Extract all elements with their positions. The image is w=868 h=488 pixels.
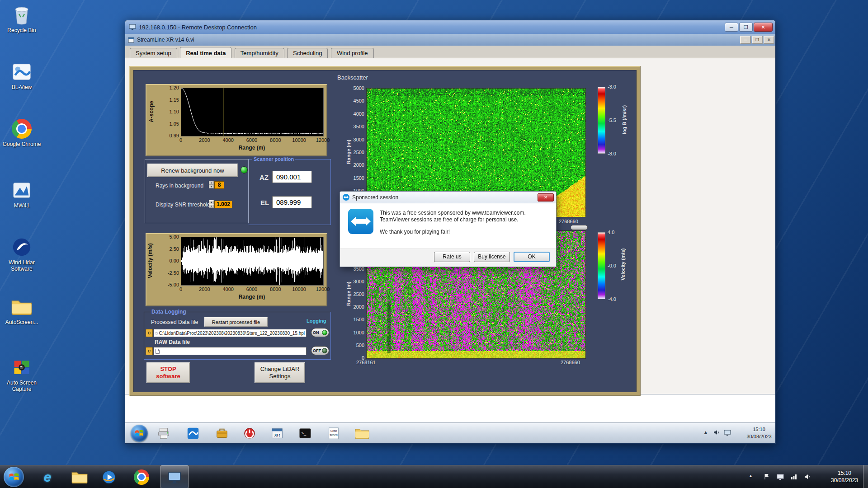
processed-path-browse-button[interactable]: C — [146, 329, 153, 337]
processed-logging-toggle[interactable]: ON — [311, 328, 329, 337]
restart-processed-file-button[interactable]: Restart processed file — [204, 317, 268, 327]
remote-start-button[interactable] — [131, 425, 148, 442]
desktop-icon-auto-screen-capture[interactable]: Auto Screen Capture — [2, 356, 42, 392]
desktop-icon-bl-view[interactable]: BL-View — [2, 61, 42, 90]
snr-threshold-label: Display SNR threshold — [156, 202, 210, 208]
remote-taskbar-folder[interactable] — [352, 425, 372, 441]
tray-volume-icon[interactable] — [804, 473, 811, 481]
taskbar-rdp-active[interactable] — [160, 465, 189, 488]
command-prompt-icon: >_ — [298, 427, 312, 440]
colour-scale-slider[interactable] — [571, 225, 588, 230]
tab-real-time-data[interactable]: Real time data — [180, 47, 231, 58]
tab-wind-profile[interactable]: Wind profile — [331, 48, 374, 58]
tray-flag-icon[interactable] — [763, 473, 771, 481]
show-desktop-button[interactable] — [863, 465, 868, 488]
remote-tray-chevron-up-icon[interactable]: ▲ — [703, 429, 708, 436]
rate-us-button[interactable]: Rate us — [434, 252, 470, 262]
az-label: AZ — [259, 174, 269, 181]
raw-path-browse-button[interactable]: C — [146, 347, 153, 355]
remote-tray-display-icon[interactable] — [724, 429, 731, 437]
snr-spinner[interactable]: ▲▼ — [209, 200, 214, 208]
tab-temp-humidity[interactable]: Temp/humidity — [235, 48, 284, 58]
dialog-titlebar[interactable]: Sponsored session ✕ — [340, 192, 556, 203]
app-minimize-button[interactable]: ─ — [740, 36, 751, 44]
axis-tick: 10000 — [289, 286, 309, 292]
axis-tick: 1000 — [354, 330, 364, 335]
taskbar-media-player[interactable] — [96, 465, 122, 488]
dialog-close-button[interactable]: ✕ — [538, 193, 554, 202]
rdp-window-title: 192.168.0.150 - Remote Desktop Connectio… — [139, 24, 257, 31]
remote-taskbar-blview[interactable] — [183, 425, 203, 441]
axis-tick: 12000 — [313, 137, 333, 143]
remote-taskbar-xr-app[interactable]: XR — [267, 425, 287, 441]
axis-tick: 4500 — [354, 98, 364, 103]
folder-icon — [71, 470, 88, 484]
rdp-icon — [167, 470, 182, 484]
remote-taskbar-printer[interactable] — [154, 425, 174, 441]
app-titlebar[interactable]: StreamLine XR v14-6.vi ─ ❐ ✕ — [125, 34, 775, 46]
ok-button[interactable]: OK — [514, 252, 550, 262]
app-restore-button[interactable]: ❐ — [752, 36, 763, 44]
tray-display-icon[interactable] — [777, 473, 784, 481]
ascope-chart: A-scope 1.201.151.101.050.99 02000400060… — [146, 84, 327, 156]
rays-value-field[interactable]: 8 — [214, 181, 224, 189]
taskbar-chrome[interactable] — [128, 465, 155, 488]
remote-taskbar-cmd[interactable]: >_ — [295, 425, 315, 441]
desktop-icon-label: BL-View — [2, 84, 42, 90]
rdp-session-area: StreamLine XR v14-6.vi ─ ❐ ✕ System setu… — [125, 34, 775, 443]
app-close-button[interactable]: ✕ — [764, 36, 774, 44]
remote-taskbar-toolbox[interactable] — [212, 425, 232, 441]
logging-label: Logging — [307, 318, 326, 324]
rays-spinner[interactable]: ▲▼ — [209, 181, 214, 188]
axis-tick: -0.0 — [608, 263, 616, 268]
rdp-maximize-button[interactable]: ❐ — [739, 23, 753, 32]
renew-background-button[interactable]: Renew background now — [147, 164, 238, 177]
remote-taskbar-scan-sched[interactable]: Scansched — [324, 425, 344, 441]
remote-taskbar-power[interactable] — [240, 425, 259, 441]
velocity-end-timestamp: 2768660 — [561, 360, 580, 365]
taskbar-explorer[interactable] — [66, 465, 93, 488]
desktop-icon-recycle-bin[interactable]: Recycle Bin — [2, 4, 42, 33]
remote-clock[interactable]: 15:10 30/08/2023 — [736, 426, 775, 440]
toolbox-icon — [215, 427, 229, 440]
tray-network-icon[interactable] — [790, 473, 798, 481]
el-value-field[interactable]: 089.999 — [272, 196, 312, 208]
axis-tick: -3.0 — [608, 84, 616, 89]
rdp-titlebar[interactable]: 192.168.0.150 - Remote Desktop Connectio… — [125, 20, 775, 34]
stop-software-button[interactable]: STOP software — [146, 362, 190, 383]
printer-icon — [157, 427, 170, 440]
rdp-minimize-button[interactable]: ─ — [725, 23, 738, 32]
desktop-icon-wind-lidar[interactable]: Wind Lidar Software — [2, 236, 42, 272]
desktop-icon-google-chrome[interactable]: Google Chrome — [2, 117, 42, 147]
axis-tick: 1.15 — [170, 97, 179, 103]
rdp-close-button[interactable]: ✕ — [754, 23, 773, 32]
axis-tick: 3500 — [354, 124, 364, 129]
desktop-icon-autoscreen[interactable]: AutoScreen... — [2, 296, 42, 325]
start-button[interactable] — [4, 467, 24, 487]
taskbar-internet-explorer[interactable]: e — [34, 465, 61, 488]
snr-value-field[interactable]: 1.002 — [214, 201, 232, 208]
axis-tick: 4.0 — [608, 230, 614, 235]
axis-tick: 500 — [356, 343, 364, 348]
axis-tick: 6000 — [242, 286, 262, 292]
buy-license-button[interactable]: Buy license — [474, 252, 510, 262]
folder-icon — [2, 296, 42, 318]
remote-tray-volume-icon[interactable] — [713, 429, 720, 437]
raw-path-field[interactable] — [154, 347, 307, 355]
chrome-icon — [2, 117, 42, 140]
folder-icon — [355, 427, 369, 439]
change-lidar-settings-button[interactable]: Change LiDAR Settings — [255, 362, 305, 383]
app-window-title: StreamLine XR v14-6.vi — [137, 37, 194, 43]
tab-system-setup[interactable]: System setup — [130, 48, 177, 58]
tab-scheduling[interactable]: Scheduling — [287, 48, 328, 58]
axis-tick: 2000 — [354, 162, 364, 168]
raw-logging-toggle[interactable]: OFF — [311, 346, 329, 355]
chrome-icon — [134, 469, 149, 485]
clock-time: 15:10 — [824, 469, 865, 477]
processed-path-field[interactable]: C:\Lidar\Data\Proc\2023\202308\20230830\… — [154, 329, 307, 337]
desktop-icon-mw41[interactable]: MW41 — [2, 179, 42, 209]
velocity-chart: Velocity (m/s) 5.002.500.00-2.50-5.00 02… — [146, 233, 327, 306]
clock[interactable]: 15:10 30/08/2023 — [824, 469, 865, 484]
az-value-field[interactable]: 090.001 — [272, 171, 312, 183]
tray-chevron-up-icon[interactable]: ▲ — [749, 474, 753, 478]
